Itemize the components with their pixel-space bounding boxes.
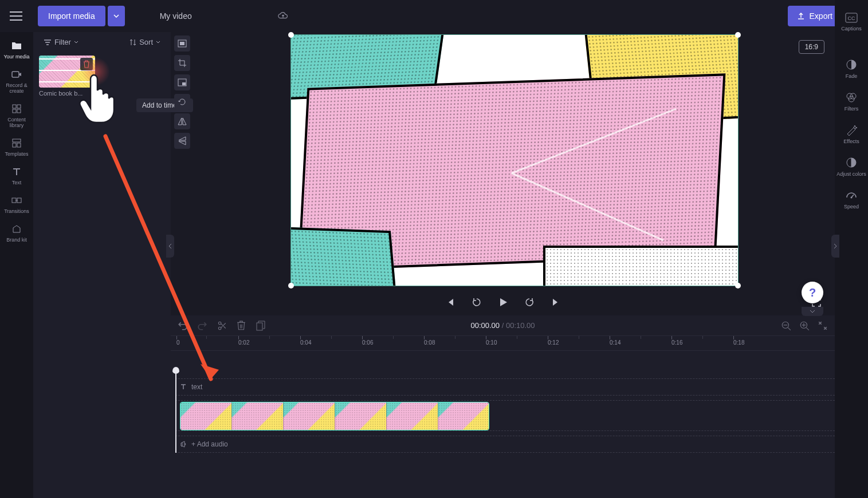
resize-handle-br[interactable] xyxy=(735,283,741,288)
aspect-ratio-button[interactable]: 16:9 xyxy=(799,40,824,54)
audio-track-hint: + Add audio xyxy=(191,440,228,448)
sidebar-item-record-create[interactable]: Record & create xyxy=(1,64,32,98)
folder-icon xyxy=(11,40,22,52)
sidebar-item-templates[interactable]: Templates xyxy=(1,133,32,161)
svg-rect-13 xyxy=(182,82,186,85)
svg-rect-7 xyxy=(17,143,21,147)
redo-button[interactable] xyxy=(197,321,207,331)
clip-thumbnail xyxy=(284,402,335,430)
ruler-tick: 0:16 xyxy=(671,339,682,346)
delete-button[interactable] xyxy=(236,321,246,331)
audio-track[interactable]: + Add audio xyxy=(175,436,835,453)
sort-button[interactable]: Sort xyxy=(129,38,160,46)
sidebar-item-brand-kit[interactable]: Brand kit xyxy=(1,219,32,247)
svg-rect-8 xyxy=(12,198,16,203)
sidebar-item-your-media[interactable]: Your media xyxy=(1,35,32,64)
project-name-input[interactable] xyxy=(152,7,268,25)
media-delete-button[interactable] xyxy=(80,58,93,70)
playback-controls xyxy=(171,289,835,315)
text-track-hint: text xyxy=(191,383,202,391)
video-track[interactable] xyxy=(175,400,835,431)
help-button[interactable]: ? xyxy=(802,282,823,303)
filter-button[interactable]: Filter xyxy=(44,38,78,46)
menu-button[interactable] xyxy=(5,5,28,27)
resize-handle-tr[interactable] xyxy=(735,32,741,38)
zoom-in-button[interactable] xyxy=(799,321,810,331)
canvas-content xyxy=(291,35,738,286)
chevron-right-icon xyxy=(834,243,837,249)
skip-end-button[interactable] xyxy=(549,295,563,309)
clip-thumbnail xyxy=(438,402,489,430)
sidebar-item-content-library[interactable]: Content library xyxy=(1,98,32,133)
playhead[interactable] xyxy=(175,371,176,453)
fit-tool[interactable] xyxy=(174,35,190,52)
timeline-ruler[interactable]: 0 0:02 0:04 0:06 0:08 0:10 0:12 0:14 0:1… xyxy=(171,336,835,351)
undo-button[interactable] xyxy=(178,321,188,331)
timeline-time-display: 00:00.00 / 00:10.00 xyxy=(470,321,535,330)
sidebar-item-fade[interactable]: Fade xyxy=(836,53,867,85)
sidebar-item-adjust-colors[interactable]: Adjust colors xyxy=(836,151,867,183)
sidebar-item-effects[interactable]: Effects xyxy=(836,118,867,150)
sidebar-item-transitions[interactable]: Transitions xyxy=(1,190,32,219)
resize-handle-bl[interactable] xyxy=(288,283,294,288)
sidebar-item-label: Record & create xyxy=(1,82,32,94)
pip-tool[interactable] xyxy=(174,74,190,90)
crop-tool[interactable] xyxy=(174,55,190,71)
crop-icon xyxy=(178,58,187,68)
duplicate-button[interactable] xyxy=(256,321,266,331)
svg-rect-5 xyxy=(13,139,21,142)
zoom-fit-button[interactable] xyxy=(818,321,828,331)
ruler-tick: 0:04 xyxy=(300,339,311,346)
rotate-tool[interactable] xyxy=(174,94,190,110)
flip-v-tool[interactable] xyxy=(174,133,190,149)
sidebar-item-label: Content library xyxy=(1,117,32,128)
flip-h-tool[interactable] xyxy=(174,113,190,129)
captions-icon: CC xyxy=(845,13,858,23)
video-clip[interactable] xyxy=(180,402,489,430)
split-button[interactable] xyxy=(217,321,227,331)
timeline-tracks[interactable]: text + Add audio xyxy=(171,351,835,453)
collapse-right-panel[interactable] xyxy=(831,235,839,258)
preview-canvas[interactable]: 16:9 xyxy=(194,32,835,315)
resize-handle-tl[interactable] xyxy=(288,32,294,38)
sidebar-item-captions[interactable]: CC Captions xyxy=(836,7,867,37)
sidebar-item-label: Your media xyxy=(3,54,29,60)
filters-icon xyxy=(846,92,857,103)
play-button[interactable] xyxy=(496,295,510,309)
zoom-out-button[interactable] xyxy=(781,321,791,331)
rewind-button[interactable] xyxy=(470,295,484,309)
help-collapse[interactable] xyxy=(802,307,823,316)
ruler-tick: 0:14 xyxy=(610,339,620,346)
skip-start-button[interactable] xyxy=(443,295,457,309)
svg-rect-2 xyxy=(17,105,21,108)
sidebar-item-filters[interactable]: Filters xyxy=(836,86,867,117)
chevron-down-icon xyxy=(74,41,78,44)
sidebar-item-label: Transitions xyxy=(4,208,29,214)
chevron-left-icon xyxy=(168,243,172,249)
sidebar-item-label: Templates xyxy=(5,151,28,157)
svg-rect-22 xyxy=(257,323,262,330)
chevron-down-icon xyxy=(113,14,119,18)
forward-button[interactable] xyxy=(523,295,536,309)
media-item[interactable]: Comic book b... xyxy=(39,56,95,97)
flip-h-icon xyxy=(178,117,187,125)
text-icon xyxy=(11,166,22,177)
flip-v-icon xyxy=(178,136,186,145)
import-media-button[interactable]: Import media xyxy=(38,6,105,26)
sidebar-item-text[interactable]: Text xyxy=(1,161,32,190)
sort-label: Sort xyxy=(139,38,153,46)
canvas-selection[interactable] xyxy=(290,34,739,286)
sidebar-item-label: Effects xyxy=(843,139,859,144)
skip-end-icon xyxy=(551,298,560,307)
text-track[interactable]: text xyxy=(175,378,835,396)
import-media-dropdown[interactable] xyxy=(108,6,125,26)
clip-thumbnail xyxy=(335,402,387,430)
sidebar-item-label: Captions xyxy=(841,26,862,31)
total-time: 00:10.00 xyxy=(506,321,535,330)
collapse-media-panel[interactable] xyxy=(166,235,174,258)
audio-track-icon xyxy=(180,441,187,448)
ruler-tick: 0:18 xyxy=(733,339,744,346)
pip-icon xyxy=(178,78,187,86)
sidebar-item-speed[interactable]: Speed xyxy=(836,184,867,215)
ruler-tick: 0:10 xyxy=(486,339,497,346)
